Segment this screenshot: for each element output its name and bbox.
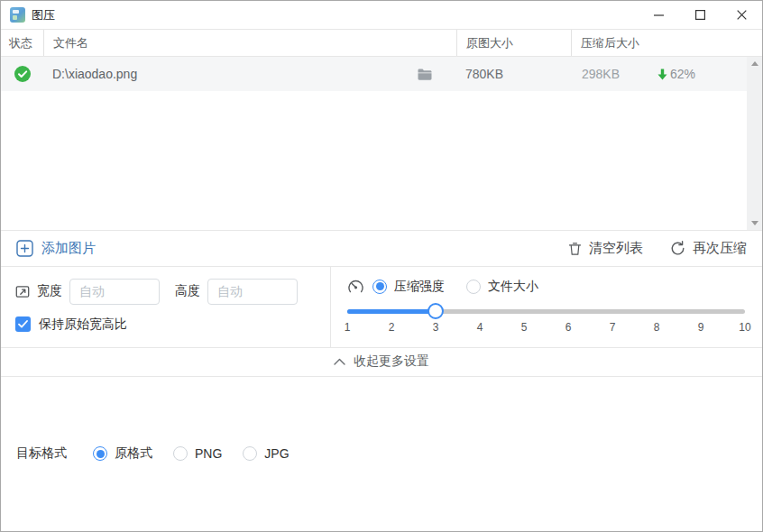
slider-tick: 6 [565, 321, 572, 334]
minimize-icon [654, 14, 664, 16]
close-button[interactable] [721, 1, 762, 29]
column-header-filename: 文件名 [43, 30, 456, 56]
slider-fill [347, 309, 436, 314]
dimensions-row: 宽度 高度 [15, 279, 316, 305]
scroll-down-icon[interactable] [751, 221, 758, 225]
mode-filesize-option[interactable]: 文件大小 [466, 279, 538, 295]
row-original-size: 780KB [456, 67, 571, 81]
add-images-label: 添加图片 [41, 240, 96, 257]
compress-again-label: 再次压缩 [693, 240, 747, 257]
row-status-cell [1, 66, 43, 82]
clear-list-button[interactable]: 清空列表 [568, 240, 643, 257]
compress-again-button[interactable]: 再次压缩 [670, 240, 747, 257]
slider-tick: 7 [610, 321, 616, 334]
refresh-icon [670, 241, 685, 256]
open-folder-button[interactable] [418, 69, 432, 80]
keep-aspect-label: 保持原始宽高比 [39, 316, 127, 333]
scroll-up-icon[interactable] [751, 61, 758, 66]
aspect-row: 保持原始宽高比 [15, 316, 316, 333]
compression-settings: 压缩强度 文件大小 12345678910 [331, 267, 762, 347]
height-input[interactable] [207, 279, 298, 305]
maximize-button[interactable] [679, 1, 721, 29]
window-controls [638, 1, 762, 29]
format-original-option[interactable]: 原格式 [93, 445, 152, 462]
slider-ticks: 12345678910 [347, 321, 745, 335]
column-header-compressed-size: 压缩后大小 [571, 30, 747, 56]
collapse-settings-button[interactable]: 收起更多设置 [1, 347, 762, 377]
format-original-radio[interactable] [93, 446, 107, 461]
toolbar-right: 清空列表 再次压缩 [568, 240, 747, 257]
format-jpg-option[interactable]: JPG [243, 446, 289, 461]
width-input[interactable] [69, 279, 160, 305]
trash-icon [568, 241, 582, 256]
slider-tick: 9 [698, 321, 704, 334]
success-check-icon [14, 66, 31, 82]
file-path: D:\xiaodao.png [52, 67, 137, 81]
close-icon [737, 10, 747, 20]
format-jpg-label: JPG [264, 446, 289, 461]
scrollbar[interactable] [747, 57, 762, 230]
folder-icon [418, 69, 432, 80]
column-header-status: 状态 [1, 30, 43, 56]
app-icon [10, 7, 25, 23]
compression-mode-row: 压缩强度 文件大小 [347, 279, 745, 295]
slider-tick: 4 [477, 321, 483, 334]
format-png-radio[interactable] [173, 446, 188, 461]
keep-aspect-checkbox[interactable] [15, 316, 31, 332]
row-filename-cell: D:\xiaodao.png [43, 67, 456, 81]
slider-tick: 10 [739, 321, 750, 334]
table-row[interactable]: D:\xiaodao.png 780KB 298KB 62% [1, 57, 747, 91]
format-png-option[interactable]: PNG [173, 446, 222, 461]
gauge-icon [347, 279, 364, 294]
row-compressed-size: 298KB [582, 67, 620, 81]
reduction-percent: 62% [670, 67, 695, 81]
slider-handle[interactable] [427, 303, 444, 319]
resize-icon [15, 284, 31, 299]
slider-tick: 5 [521, 321, 528, 334]
down-arrow-icon [657, 69, 667, 80]
strength-slider[interactable] [347, 303, 745, 319]
maximize-icon [695, 10, 705, 20]
height-label: 高度 [175, 283, 200, 299]
slider-tick: 1 [345, 321, 351, 334]
title-bar: 图压 [1, 1, 762, 29]
plus-square-icon [16, 240, 33, 257]
mode-filesize-label: 文件大小 [488, 279, 538, 295]
mode-strength-option[interactable]: 压缩强度 [372, 279, 445, 295]
row-compressed-cell: 298KB 62% [571, 67, 747, 81]
resize-settings: 宽度 高度 保持原始宽高比 [1, 267, 331, 347]
mode-strength-label: 压缩强度 [394, 279, 445, 295]
chevron-up-icon [334, 358, 345, 365]
width-label: 宽度 [37, 283, 62, 299]
window-title: 图压 [32, 7, 55, 23]
reduction-badge: 62% [657, 67, 695, 81]
target-format-row: 目标格式 原格式 PNG JPG [1, 377, 762, 532]
slider-tick: 8 [654, 321, 660, 334]
toolbar: 添加图片 清空列表 再次压缩 [1, 230, 762, 266]
column-header-original-size: 原图大小 [456, 30, 571, 56]
collapse-settings-label: 收起更多设置 [354, 353, 429, 370]
slider-tick: 3 [433, 321, 439, 334]
add-images-button[interactable]: 添加图片 [16, 240, 96, 257]
format-jpg-radio[interactable] [243, 446, 257, 461]
mode-filesize-radio[interactable] [466, 280, 481, 294]
target-format-label: 目标格式 [16, 445, 67, 462]
format-original-label: 原格式 [115, 445, 152, 462]
clear-list-label: 清空列表 [589, 240, 643, 257]
settings-panel: 宽度 高度 保持原始宽高比 [1, 266, 762, 347]
mode-strength-radio[interactable] [372, 280, 387, 294]
checkmark-icon [18, 320, 28, 328]
slider-tick: 2 [389, 321, 395, 334]
format-png-label: PNG [195, 446, 222, 461]
file-list: D:\xiaodao.png 780KB 298KB 62% [1, 57, 762, 230]
table-header: 状态 文件名 原图大小 压缩后大小 [1, 29, 762, 57]
minimize-button[interactable] [638, 1, 679, 29]
app-window: 图压 状态 文件名 原图大小 压缩后大小 [0, 0, 763, 532]
